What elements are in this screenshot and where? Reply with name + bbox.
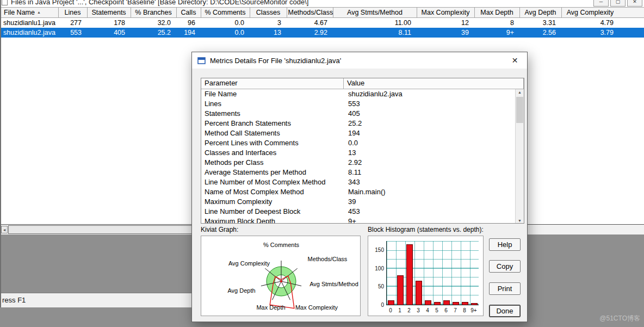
restore-button[interactable]: ▢ — [610, 0, 626, 7]
column-header-label: Avg Complexity — [567, 9, 614, 16]
metric-value-cell[interactable]: 277 — [58, 18, 87, 28]
column-header-label: Statements — [91, 9, 126, 16]
minimize-button[interactable]: ─ — [593, 0, 609, 7]
metric-value-cell[interactable]: 8.11 — [333, 28, 417, 38]
metrics-dialog: Metrics Details For File 'shuzidianlu2.j… — [191, 52, 528, 322]
files-table-header-row: File Name▲LinesStatements% BranchesCalls… — [0, 8, 644, 18]
column-header[interactable]: Statements — [87, 8, 131, 18]
metric-value-cell[interactable]: 2.92 — [287, 28, 333, 38]
metric-value-cell[interactable]: 405 — [87, 28, 131, 38]
parameter-cell: Line Number of Deepest Block — [201, 207, 344, 217]
metric-value-cell[interactable]: 4.79 — [561, 18, 644, 28]
parameter-cell: Name of Most Complex Method — [201, 187, 344, 197]
column-header[interactable]: Avg Depth — [519, 8, 561, 18]
metric-value-cell[interactable]: 553 — [58, 28, 87, 38]
histogram-x-tick-label: 3 — [417, 307, 420, 313]
metric-value-cell[interactable]: 13 — [250, 28, 287, 38]
file-row[interactable]: shuzidianlu2.java55340525.21940.0132.928… — [0, 28, 644, 38]
horizontal-scrollbar-thumb[interactable] — [8, 225, 202, 234]
metrics-column-header-parameter[interactable]: Parameter — [201, 78, 344, 89]
scroll-left-icon[interactable]: ◄ — [1, 226, 8, 233]
file-name-cell[interactable]: shuzidianlu1.java — [0, 18, 58, 28]
scroll-down-icon[interactable]: ▼ — [516, 219, 524, 223]
column-header-label: Methods/Class — [288, 9, 333, 16]
parameter-cell: Method Call Statements — [201, 128, 344, 138]
metric-value-cell[interactable]: 11.00 — [333, 18, 417, 28]
print-button[interactable]: Print — [489, 282, 521, 295]
metrics-row[interactable]: Maximum Complexity39 — [201, 197, 524, 207]
metric-value-cell[interactable]: 3.79 — [561, 28, 644, 38]
metric-value-cell[interactable]: 12 — [417, 18, 474, 28]
metrics-row[interactable]: Methods per Class2.92 — [201, 158, 524, 168]
metrics-column-header-value[interactable]: Value — [344, 78, 524, 89]
metrics-row[interactable]: File Nameshuzidianlu2.java — [201, 89, 524, 99]
metrics-row[interactable]: Lines553 — [201, 99, 524, 109]
metric-value-cell[interactable]: 194 — [176, 28, 201, 38]
column-header-label: Calls — [181, 9, 196, 16]
metric-value-cell[interactable]: 3.31 — [519, 18, 561, 28]
metrics-row[interactable]: Method Call Statements194 — [201, 128, 524, 138]
column-header[interactable]: Calls — [176, 8, 201, 18]
metric-value-cell[interactable]: 0.0 — [201, 18, 250, 28]
column-header[interactable]: % Comments — [201, 8, 250, 18]
metric-value-cell[interactable]: 4.67 — [287, 18, 333, 28]
metrics-scrollbar[interactable]: ▲ ▼ — [515, 89, 524, 224]
metric-value-cell[interactable]: 3 — [250, 18, 287, 28]
metric-value-cell[interactable]: 8 — [474, 18, 519, 28]
column-header[interactable]: File Name▲ — [0, 8, 58, 18]
document-icon — [2, 0, 8, 5]
value-cell: 343 — [344, 177, 360, 187]
column-header[interactable]: Avg Complexity — [561, 8, 644, 18]
metrics-row[interactable]: Line Number of Deepest Block453 — [201, 207, 524, 217]
column-header[interactable]: Classes — [250, 8, 287, 18]
histogram-bar — [462, 302, 468, 305]
close-button[interactable]: ✕ — [627, 0, 642, 7]
file-row[interactable]: shuzidianlu1.java27717832.0960.034.6711.… — [0, 18, 644, 28]
column-header[interactable]: % Branches — [131, 8, 176, 18]
metrics-row[interactable]: Percent Branch Statements25.2 — [201, 119, 524, 128]
help-button[interactable]: Help — [489, 238, 521, 251]
metrics-row[interactable]: Classes and Interfaces13 — [201, 148, 524, 158]
metrics-table-body: File Nameshuzidianlu2.javaLines553Statem… — [201, 89, 524, 224]
histogram-bar — [471, 303, 478, 305]
metric-value-cell[interactable]: 32.0 — [131, 18, 176, 28]
column-header[interactable]: Methods/Class — [287, 8, 333, 18]
metrics-row[interactable]: Percent Lines with Comments0.0 — [201, 138, 524, 148]
scroll-up-icon[interactable]: ▲ — [516, 90, 524, 94]
done-button[interactable]: Done — [489, 305, 521, 317]
histogram-y-tick-label: 100 — [370, 266, 384, 272]
metric-value-cell[interactable]: 178 — [87, 18, 131, 28]
column-header[interactable]: Avg Stmts/Method — [333, 8, 417, 18]
column-header-label: Max Complexity — [422, 9, 470, 16]
column-header-label: Avg Depth — [524, 9, 556, 16]
parameter-cell: Maximum Complexity — [201, 197, 344, 207]
sort-ascending-icon: ▲ — [37, 10, 41, 14]
metrics-row[interactable]: Maximum Block Depth9+ — [201, 217, 524, 224]
window-titlebar: Files in Java Project '...', Checkpoint … — [0, 0, 644, 7]
kiviat-axis-label: Methods/Class — [308, 256, 348, 262]
column-header[interactable]: Max Complexity — [417, 8, 474, 18]
metric-value-cell[interactable]: 0.0 — [201, 28, 250, 38]
column-header[interactable]: Max Depth — [474, 8, 519, 18]
column-header[interactable]: Lines — [58, 8, 87, 18]
metric-value-cell[interactable]: 39 — [417, 28, 474, 38]
metrics-row[interactable]: Line Number of Most Complex Method343 — [201, 177, 524, 187]
dialog-close-button[interactable]: ✕ — [503, 52, 527, 69]
copy-button[interactable]: Copy — [489, 260, 521, 273]
metrics-row[interactable]: Average Statements per Method8.11 — [201, 168, 524, 177]
dialog-titlebar[interactable]: Metrics Details For File 'shuzidianlu2.j… — [192, 52, 527, 69]
kiviat-label: Kiviat Graph: — [201, 226, 238, 233]
metric-value-cell[interactable]: 9+ — [474, 28, 519, 38]
file-name-cell[interactable]: shuzidianlu2.java — [0, 28, 58, 38]
metrics-scrollbar-thumb[interactable] — [516, 97, 523, 123]
metric-value-cell[interactable]: 2.56 — [519, 28, 561, 38]
metric-value-cell[interactable]: 25.2 — [131, 28, 176, 38]
histogram-x-tick-label: 7 — [454, 307, 457, 313]
histogram-x-tick-label: 4 — [426, 307, 429, 313]
metrics-row[interactable]: Name of Most Complex MethodMain.main() — [201, 187, 524, 197]
window-left-border — [0, 0, 1, 307]
metric-value-cell[interactable]: 96 — [176, 18, 201, 28]
metrics-table: Parameter Value File Nameshuzidianlu2.ja… — [201, 78, 524, 224]
metrics-row[interactable]: Statements405 — [201, 109, 524, 119]
kiviat-axis-label: Avg Stmts/Method — [309, 281, 358, 287]
